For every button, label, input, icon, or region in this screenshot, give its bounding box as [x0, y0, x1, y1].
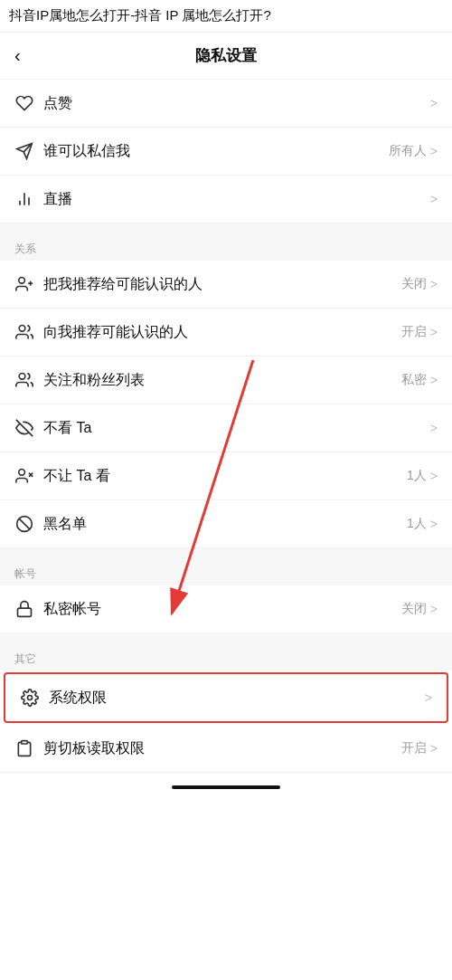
section-main: 点赞 > 谁可以私信我 所有人 > 直播 >	[0, 80, 452, 224]
fans-list-arrow: >	[430, 373, 438, 387]
svg-point-5	[19, 278, 25, 284]
bar-icon	[14, 189, 34, 209]
message-icon	[14, 141, 34, 161]
block-ta-label: 不让 Ta 看	[43, 467, 407, 486]
system-permission-label: 系统权限	[49, 689, 421, 708]
svg-point-17	[28, 696, 33, 700]
lock-icon	[14, 599, 34, 619]
recommend-me-label: 把我推荐给可能认识的人	[43, 275, 401, 294]
svg-point-8	[19, 326, 25, 332]
divider-2	[0, 548, 452, 557]
clipboard-icon	[14, 738, 34, 758]
person-group-icon	[14, 370, 34, 390]
heart-icon	[14, 93, 34, 113]
message-label: 谁可以私信我	[43, 142, 389, 161]
recommend-me-value: 关闭	[401, 276, 427, 292]
divider-1	[0, 224, 452, 233]
system-permission-arrow: >	[425, 690, 432, 705]
message-value: 所有人	[389, 143, 427, 159]
like-arrow: >	[430, 96, 438, 110]
ignore-ta-arrow: >	[430, 421, 438, 435]
section-account: 帐号 私密帐号 关闭 >	[0, 557, 452, 633]
clipboard-arrow: >	[430, 741, 438, 756]
section-other: 其它 系统权限 > 剪切板读取权限 开启 >	[0, 642, 452, 773]
bottom-bar	[0, 773, 452, 802]
svg-point-9	[19, 374, 25, 380]
gear-icon	[20, 688, 40, 708]
menu-item-recommend-to-me[interactable]: 向我推荐可能认识的人 开启 >	[0, 309, 452, 357]
back-button[interactable]: ‹	[14, 45, 21, 66]
svg-point-11	[19, 470, 25, 476]
svg-line-15	[19, 519, 30, 529]
divider-3	[0, 633, 452, 642]
recommend-to-me-value: 开启	[401, 324, 427, 340]
recommend-to-me-label: 向我推荐可能认识的人	[43, 323, 401, 342]
recommend-to-me-arrow: >	[430, 325, 438, 339]
page-title: 隐私设置	[195, 45, 257, 66]
blacklist-value: 1人	[407, 516, 427, 532]
menu-item-fans-list[interactable]: 关注和粉丝列表 私密 >	[0, 357, 452, 404]
person-add-icon	[14, 274, 34, 294]
person-block-icon	[14, 466, 34, 486]
menu-item-block-ta[interactable]: 不让 Ta 看 1人 >	[0, 452, 452, 500]
private-account-label: 私密帐号	[43, 600, 401, 619]
ignore-ta-label: 不看 Ta	[43, 419, 427, 438]
live-arrow: >	[430, 192, 438, 206]
header: ‹ 隐私设置	[0, 33, 452, 80]
person-connect-icon	[14, 322, 34, 342]
fans-list-value: 私密	[401, 372, 427, 388]
menu-item-recommend-me[interactable]: 把我推荐给可能认识的人 关闭 >	[0, 261, 452, 309]
menu-item-ignore-ta[interactable]: 不看 Ta >	[0, 404, 452, 452]
blacklist-label: 黑名单	[43, 515, 407, 534]
menu-item-message[interactable]: 谁可以私信我 所有人 >	[0, 128, 452, 176]
message-arrow: >	[430, 144, 438, 158]
fans-list-label: 关注和粉丝列表	[43, 371, 401, 390]
svg-rect-18	[22, 741, 28, 744]
other-label: 其它	[0, 642, 452, 671]
relation-label: 关系	[0, 233, 452, 261]
home-indicator	[172, 785, 280, 789]
menu-item-clipboard[interactable]: 剪切板读取权限 开启 >	[0, 725, 452, 773]
eye-slash-icon	[14, 418, 34, 438]
block-icon	[14, 514, 34, 534]
clipboard-label: 剪切板读取权限	[43, 739, 401, 758]
svg-rect-16	[18, 608, 32, 616]
section-relation: 关系 把我推荐给可能认识的人 关闭 > 向我推荐可能认识的人 开启 >	[0, 233, 452, 548]
blacklist-arrow: >	[430, 517, 438, 531]
menu-item-system-permission[interactable]: 系统权限 >	[4, 672, 448, 723]
account-label: 帐号	[0, 557, 452, 585]
clipboard-value: 开启	[401, 740, 427, 756]
private-account-value: 关闭	[401, 601, 427, 617]
top-banner: 抖音IP属地怎么打开-抖音 IP 属地怎么打开?	[0, 0, 452, 33]
menu-item-live[interactable]: 直播 >	[0, 176, 452, 224]
menu-item-private-account[interactable]: 私密帐号 关闭 >	[0, 585, 452, 633]
block-ta-value: 1人	[407, 468, 427, 484]
private-account-arrow: >	[430, 602, 438, 616]
recommend-me-arrow: >	[430, 277, 438, 291]
menu-item-like[interactable]: 点赞 >	[0, 80, 452, 128]
live-label: 直播	[43, 190, 427, 209]
like-label: 点赞	[43, 94, 427, 113]
menu-item-blacklist[interactable]: 黑名单 1人 >	[0, 500, 452, 548]
block-ta-arrow: >	[430, 469, 438, 483]
